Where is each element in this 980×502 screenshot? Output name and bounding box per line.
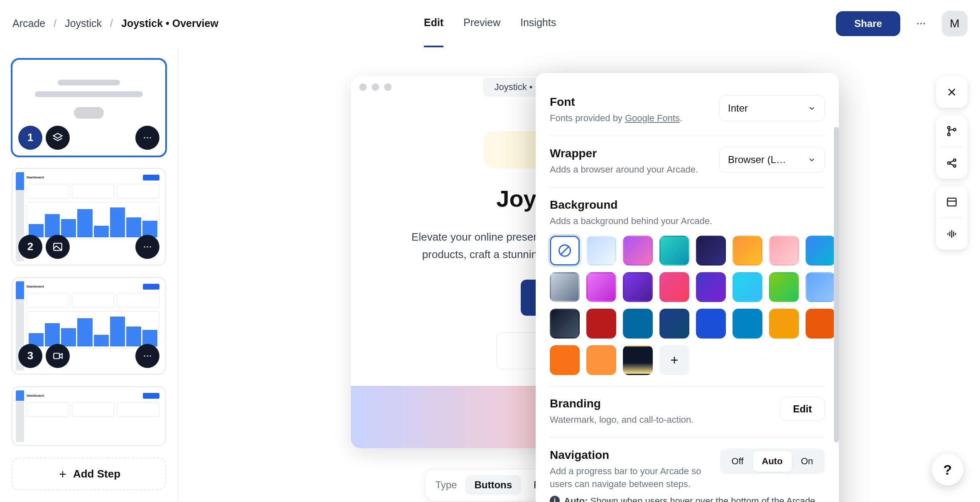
step-more-button[interactable] [135,126,159,150]
tab-preview[interactable]: Preview [463,0,500,47]
close-icon [946,86,958,98]
right-rail [936,76,968,250]
background-swatch[interactable] [696,309,726,339]
help-button[interactable]: ? [932,454,963,485]
wrapper-title: Wrapper [550,147,698,160]
background-swatch[interactable] [806,309,835,339]
background-swatch[interactable] [623,309,653,339]
background-swatch[interactable] [733,236,762,266]
background-swatch[interactable] [623,345,653,375]
nav-on-option[interactable]: On [792,451,822,472]
nav-auto-option[interactable]: Auto [753,451,792,472]
type-label: Type [435,479,457,491]
step-more-button[interactable] [135,235,159,259]
step-image-button[interactable] [46,235,70,259]
navigation-info: i Auto: Shown when users hover over the … [550,496,825,502]
branding-desc: Watermark, logo, and call-to-action. [550,414,693,426]
background-swatch[interactable] [733,272,762,302]
dots-horizontal-icon [142,133,152,143]
image-icon [52,241,63,252]
more-menu-button[interactable] [910,13,932,34]
font-value: Inter [728,102,748,114]
tab-edit[interactable]: Edit [424,0,443,47]
rail-branch-button[interactable] [936,115,968,147]
step-layers-button[interactable] [46,126,70,150]
font-select[interactable]: Inter [719,95,825,121]
step-card-4[interactable]: Dashboard [12,386,166,446]
background-swatch[interactable] [623,272,653,302]
step-more-button[interactable] [135,344,159,368]
navigation-toggle: Off Auto On [720,448,825,474]
background-swatch[interactable] [586,345,616,375]
background-swatch[interactable] [769,236,799,266]
svg-point-4 [144,137,145,138]
svg-point-9 [147,246,148,247]
background-swatch[interactable] [769,272,799,302]
step-card-2[interactable]: Dashboard 2 [12,168,166,266]
nav-off-option[interactable]: Off [723,451,753,472]
background-swatch[interactable] [586,309,616,339]
font-title: Font [550,95,682,109]
step-number-badge: 1 [18,126,42,150]
tab-insights[interactable]: Insights [520,0,556,47]
background-swatch[interactable] [586,272,616,302]
step-video-button[interactable] [46,344,70,368]
avatar[interactable]: M [942,11,968,37]
breadcrumb-project[interactable]: Joystick [65,17,102,29]
video-icon [52,351,63,361]
breadcrumb-slash: / [110,17,113,29]
background-swatch[interactable] [659,236,689,266]
steps-sidebar: 1 Dashboard 2 [0,47,178,502]
share-button[interactable]: Share [836,11,900,36]
chevron-down-icon [808,104,816,112]
breadcrumb-page[interactable]: Joystick • Overview [121,17,218,29]
wrapper-select[interactable]: Browser (L… [719,147,825,173]
svg-line-32 [950,161,953,163]
background-desc: Adds a background behind your Arcade. [550,215,728,228]
close-panel-button[interactable] [936,76,968,108]
layout-icon [946,196,958,208]
step-card-3[interactable]: Dashboard 3 [12,277,166,375]
branding-edit-button[interactable]: Edit [780,397,825,421]
svg-point-27 [948,133,950,136]
background-swatch[interactable] [769,309,799,339]
navigation-title: Navigation [550,448,720,462]
rail-share-button[interactable] [936,147,968,179]
type-buttons-option[interactable]: Buttons [465,475,521,495]
background-swatch[interactable] [659,309,689,339]
rail-layout-button[interactable] [936,186,968,218]
step-1-preview [35,80,143,119]
rail-audio-button[interactable] [936,218,968,250]
add-background-button[interactable] [659,345,689,375]
background-swatch[interactable] [550,345,580,375]
svg-point-5 [147,137,148,138]
step-4-preview: Dashboard [16,390,162,442]
background-swatch[interactable] [806,272,835,302]
audio-wave-icon [946,228,958,240]
background-swatch[interactable] [696,236,726,266]
background-swatch[interactable] [733,309,762,339]
canvas-area: Joystick • Overview Joystick Overv Eleva… [178,47,980,502]
svg-rect-11 [54,353,59,358]
background-swatch[interactable] [550,309,580,339]
background-swatch[interactable] [696,272,726,302]
panel-scrollbar[interactable] [834,127,839,442]
background-swatch[interactable] [659,272,689,302]
background-swatch[interactable] [586,236,616,266]
svg-point-2 [924,23,925,24]
background-swatch[interactable] [550,272,580,302]
background-swatch[interactable] [623,236,653,266]
svg-point-14 [147,355,148,356]
background-swatch[interactable] [550,236,580,266]
breadcrumb-root[interactable]: Arcade [12,17,45,29]
none-icon [557,243,572,258]
svg-point-10 [149,246,151,247]
main-tabs: Edit Preview Insights [424,0,556,47]
google-fonts-link[interactable]: Google Fonts [625,113,680,123]
svg-point-26 [948,127,950,129]
background-swatch[interactable] [806,236,835,266]
step-card-1[interactable]: 1 [12,59,166,156]
background-title: Background [550,198,728,212]
wrapper-desc: Adds a browser around your Arcade. [550,163,698,176]
add-step-button[interactable]: Add Step [12,458,166,490]
